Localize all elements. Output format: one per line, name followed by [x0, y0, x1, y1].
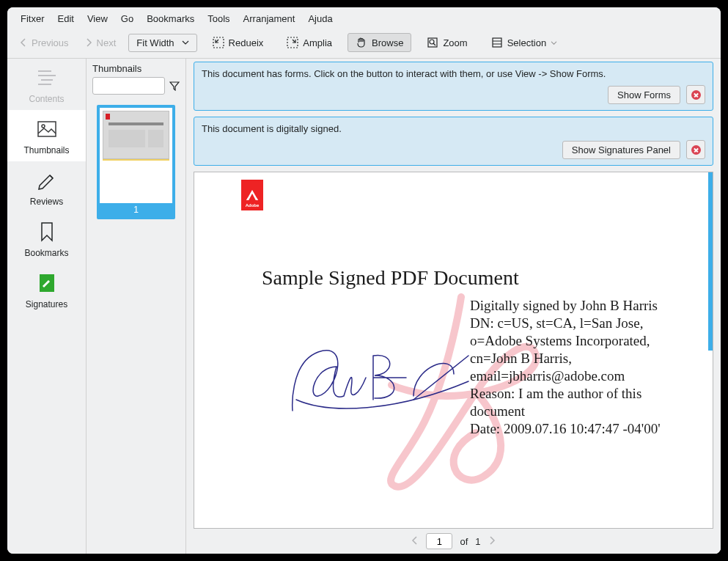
show-forms-button[interactable]: Show Forms — [608, 86, 680, 104]
fit-mode-label: Fit Width — [136, 37, 174, 48]
chevron-down-icon — [551, 40, 557, 45]
pager: of 1 — [186, 529, 721, 554]
pager-total-label: 1 — [475, 536, 480, 547]
thumbnails-title: Thumbnails — [87, 59, 185, 77]
pager-next-button[interactable] — [488, 536, 496, 547]
document-title: Sample Signed PDF Document — [262, 266, 519, 290]
zoom-out-label: Redueix — [229, 37, 264, 48]
prev-button[interactable]: Previous — [13, 34, 76, 52]
app-window: Fitxer Edit View Go Bookmarks Tools Arra… — [7, 7, 721, 554]
menu-tools[interactable]: Tools — [207, 13, 229, 24]
chevron-left-icon — [411, 536, 419, 545]
svg-line-4 — [433, 43, 435, 45]
sidebar-item-bookmarks[interactable]: Bookmarks — [7, 213, 86, 264]
menu-view[interactable]: View — [87, 13, 108, 24]
thumbnails-panel: Thumbnails 1 — [87, 59, 186, 554]
selection-icon — [491, 37, 503, 48]
signature-banner-text: This document is digitally signed. — [202, 123, 705, 134]
close-forms-banner-button[interactable] — [686, 85, 705, 104]
selection-label: Selection — [507, 37, 546, 48]
browse-label: Browse — [372, 37, 403, 48]
sidebar-item-signatures[interactable]: Signatures — [7, 264, 86, 315]
document-area: This document has forms. Click on the bu… — [186, 59, 721, 554]
next-label: Next — [97, 37, 117, 48]
thumbnails-icon — [35, 117, 59, 141]
chevron-right-icon — [85, 38, 92, 47]
svg-line-14 — [50, 175, 53, 178]
chevron-down-icon — [182, 40, 189, 45]
zoom-label: Zoom — [443, 37, 467, 48]
signatures-icon — [35, 271, 59, 295]
menu-arranjament[interactable]: Arranjament — [243, 13, 295, 24]
prev-label: Previous — [32, 37, 69, 48]
bookmarks-icon — [35, 220, 59, 243]
vertical-scrollbar[interactable] — [708, 172, 713, 351]
zoom-button[interactable]: Zoom — [419, 33, 475, 52]
close-icon — [691, 145, 701, 155]
filter-icon[interactable] — [169, 81, 180, 91]
svg-rect-12 — [38, 122, 56, 136]
pager-of-label: of — [460, 536, 468, 547]
menu-edit[interactable]: Edit — [58, 13, 74, 24]
handwritten-signature — [285, 323, 476, 425]
thumbnail-page-number: 1 — [100, 203, 172, 216]
chevron-right-icon — [488, 536, 496, 545]
signature-banner: This document is digitally signed. Show … — [194, 117, 713, 166]
pdf-page: Adobe Sample Signed PDF Document Digital… — [227, 180, 696, 528]
contents-label: Contents — [29, 94, 64, 104]
toolbar: Previous Next Fit Width Redueix Amplia B… — [7, 30, 721, 59]
sidebar-item-contents[interactable]: Contents — [7, 59, 86, 110]
reviews-label: Reviews — [30, 197, 63, 207]
svg-marker-16 — [170, 82, 179, 90]
contents-icon — [35, 66, 59, 89]
close-icon — [691, 90, 701, 100]
zoom-out-icon — [213, 37, 224, 48]
close-signature-banner-button[interactable] — [686, 140, 705, 159]
next-button[interactable]: Next — [78, 34, 123, 52]
zoom-in-button[interactable]: Amplia — [279, 33, 340, 52]
thumbnail-preview — [100, 108, 172, 203]
show-signatures-button[interactable]: Show Signatures Panel — [562, 141, 680, 159]
bookmarks-label: Bookmarks — [24, 248, 68, 258]
sidebar-item-reviews[interactable]: Reviews — [7, 161, 86, 213]
svg-point-13 — [42, 125, 45, 128]
browse-button[interactable]: Browse — [348, 33, 411, 52]
thumbnails-label: Thumbnails — [23, 145, 69, 155]
fit-mode-combo[interactable]: Fit Width — [128, 34, 196, 52]
zoom-in-label: Amplia — [303, 37, 332, 48]
menu-go[interactable]: Go — [121, 13, 133, 24]
zoom-in-icon — [287, 37, 298, 48]
svg-rect-5 — [493, 38, 501, 47]
adobe-logo-text: Adobe — [246, 203, 260, 208]
adobe-logo: Adobe — [241, 180, 263, 210]
selection-button[interactable]: Selection — [483, 33, 565, 52]
signature-details: Digitally signed by John B Harris DN: c=… — [470, 297, 690, 438]
thumbnail-page-1[interactable]: 1 — [97, 105, 175, 219]
sidebar-item-thumbnails[interactable]: Thumbnails — [7, 110, 86, 161]
sidebar: Contents Thumbnails Reviews Bookmarks — [7, 59, 87, 554]
body: Contents Thumbnails Reviews Bookmarks — [7, 59, 721, 554]
forms-banner: This document has forms. Click on the bu… — [194, 62, 713, 111]
signatures-label: Signatures — [26, 299, 67, 309]
page-viewport[interactable]: Adobe Sample Signed PDF Document Digital… — [194, 172, 713, 529]
zoom-out-button[interactable]: Redueix — [205, 33, 272, 52]
menu-bookmarks[interactable]: Bookmarks — [147, 13, 194, 24]
hand-icon — [356, 37, 367, 48]
menubar: Fitxer Edit View Go Bookmarks Tools Arra… — [7, 7, 721, 30]
pager-prev-button[interactable] — [411, 536, 419, 547]
forms-banner-text: This document has forms. Click on the bu… — [202, 68, 705, 79]
page-number-input[interactable] — [426, 533, 452, 549]
zoom-icon — [427, 37, 438, 48]
reviews-icon — [35, 169, 59, 192]
thumbnails-filter-row — [87, 77, 185, 100]
thumbnails-filter-input[interactable] — [92, 77, 165, 95]
menu-fitxer[interactable]: Fitxer — [21, 13, 45, 24]
chevron-left-icon — [20, 38, 27, 47]
menu-ajuda[interactable]: Ajuda — [308, 13, 332, 24]
